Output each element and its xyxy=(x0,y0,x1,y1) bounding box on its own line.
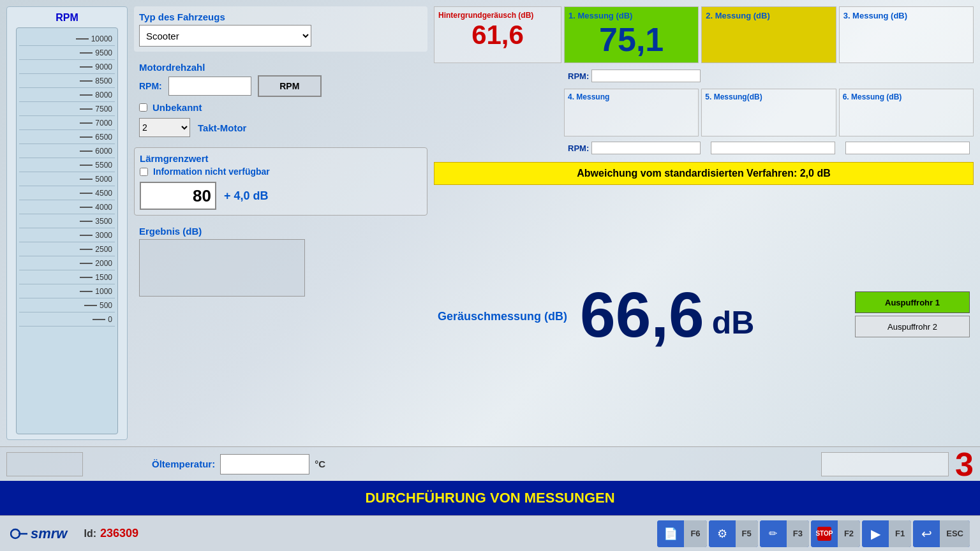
svg-point-0 xyxy=(11,529,20,538)
gerausch-unit: dB xyxy=(712,304,755,341)
f3-label: F3 xyxy=(787,520,809,547)
f3-icon: ✏ xyxy=(760,520,787,547)
footer-buttons: 📄 F6 ⚙ F5 ✏ F3 STOP F2 ▶ xyxy=(657,520,970,547)
rpm-gauge: 10000 9500 9000 8500 8000 7500 7 xyxy=(16,27,118,434)
action-bar-title: DURCHFÜHRUNG VON MESSUNGEN xyxy=(6,490,974,506)
rpm-tick-9500: 9500 xyxy=(19,46,115,60)
takt-label: Takt-Motor xyxy=(198,122,246,133)
messung-1-rpm-input[interactable] xyxy=(591,70,701,82)
play-icon: ▶ xyxy=(862,520,889,547)
celsius-unit: °C xyxy=(315,459,325,469)
messung-4-rpm-input[interactable] xyxy=(591,142,701,154)
f6-label: F6 xyxy=(684,520,706,547)
abweichung-banner: Abweichung vom standardisierten Verfahre… xyxy=(434,162,974,185)
rpm-tick-3500: 3500 xyxy=(19,214,115,228)
auspuffrohr-1-button[interactable]: Auspuffrohr 1 xyxy=(855,291,970,313)
rpm-tick-1500: 1500 xyxy=(19,270,115,284)
motor-section-label: Motordrehzahl xyxy=(139,62,422,73)
rpm-tick-8500: 8500 xyxy=(19,74,115,88)
f1-label: F1 xyxy=(889,520,911,547)
enter-button[interactable]: ↩ ESC xyxy=(913,520,970,547)
messung-5-cell: 5. Messung(dB) xyxy=(701,89,836,136)
measurements-panel: Hintergrundgeräusch (dB) 61,6 1. Messung… xyxy=(434,6,974,440)
messung-6-rpm-input[interactable] xyxy=(845,142,970,154)
unbekannt-checkbox[interactable] xyxy=(139,103,147,112)
larm-section-label: Lärmgrenzwert xyxy=(140,153,422,164)
motor-rpm-row: RPM: RPM xyxy=(139,75,422,97)
rpm-row-1: RPM: xyxy=(564,70,974,82)
f5-button[interactable]: ⚙ F5 xyxy=(709,520,758,547)
content-area: RPM 10000 9500 9000 8500 8000 7500 xyxy=(0,0,980,446)
f6-icon: 📄 xyxy=(657,520,684,547)
auspuff-buttons: Auspuffrohr 1 Auspuffrohr 2 xyxy=(855,291,970,337)
takt-select[interactable]: 1 2 3 4 xyxy=(139,118,190,137)
temp-input[interactable] xyxy=(220,454,309,474)
auspuffrohr-2-button[interactable]: Auspuffrohr 2 xyxy=(855,316,970,337)
messung-6-title: 6. Messung (dB) xyxy=(843,92,970,101)
stop-icon: STOP xyxy=(811,520,838,547)
rpm-tick-7000: 7000 xyxy=(19,116,115,130)
gerausch-row: Geräuschmessung (dB) 66,6 dB Auspuffrohr… xyxy=(434,189,974,440)
rpm-panel-title: RPM xyxy=(56,12,78,24)
ergebnis-section-label: Ergebnis (dB) xyxy=(139,226,422,237)
action-bar: DURCHFÜHRUNG VON MESSUNGEN xyxy=(0,481,980,515)
rpm-field-label: RPM: xyxy=(139,81,162,91)
messung-6-cell: 6. Messung (dB) xyxy=(839,89,974,136)
id-section: Id: 236309 xyxy=(84,527,138,540)
vehicle-section-label: Typ des Fahrzeugs xyxy=(139,11,422,22)
ergebnis-section: Ergebnis (dB) xyxy=(134,221,427,302)
rpm-tick-4000: 4000 xyxy=(19,200,115,214)
temp-row: Öltemperatur: °C 3 xyxy=(0,446,980,481)
rpm-input[interactable] xyxy=(168,77,251,96)
larm-value-row: + 4,0 dB xyxy=(140,182,422,210)
plus-db-label: + 4,0 dB xyxy=(224,189,269,203)
f2-button[interactable]: STOP F2 xyxy=(811,520,860,547)
top-measurements-row: Hintergrundgeräusch (dB) 61,6 1. Messung… xyxy=(434,6,974,63)
rpm-tick-1000: 1000 xyxy=(19,284,115,298)
hintergrund-value: 61,6 xyxy=(438,20,557,50)
rpm-tick-7500: 7500 xyxy=(19,102,115,116)
messung-4-cell: 4. Messung xyxy=(564,89,699,136)
larm-checkbox-row: Information nicht verfügbar xyxy=(140,166,422,177)
messung-3-cell: 3. Messung (dB) xyxy=(839,6,974,63)
larm-section: Lärmgrenzwert Information nicht verfügba… xyxy=(134,147,427,216)
controls-panel: Typ des Fahrzeugs Scooter Motorrad Moped… xyxy=(134,6,427,440)
ergebnis-box xyxy=(139,239,305,297)
rpm-tick-10000: 10000 xyxy=(19,32,115,46)
unbekannt-row: Unbekannt xyxy=(139,102,422,113)
f6-button[interactable]: 📄 F6 xyxy=(657,520,706,547)
vehicle-type-select[interactable]: Scooter Motorrad Moped PKW LKW xyxy=(139,25,311,47)
messung-2-title: 2. Messung (dB) xyxy=(706,11,831,20)
messung-1-title: 1. Messung (dB) xyxy=(568,11,694,20)
temp-label: Öltemperatur: xyxy=(152,459,215,469)
footer: smrw Id: 236309 📄 F6 ⚙ F5 ✏ F3 xyxy=(0,515,980,551)
rpm-tick-500: 500 xyxy=(19,298,115,312)
unbekannt-label: Unbekannt xyxy=(152,102,202,113)
info-nicht-verfugbar-label: Information nicht verfügbar xyxy=(153,166,270,177)
rpm-button[interactable]: RPM xyxy=(258,75,322,97)
rpm-tick-2500: 2500 xyxy=(19,242,115,256)
f5-icon: ⚙ xyxy=(709,520,736,547)
f3-button[interactable]: ✏ F3 xyxy=(760,520,809,547)
esc-label: ESC xyxy=(940,520,970,547)
right-status-box xyxy=(821,452,949,476)
messung-5-rpm-input[interactable] xyxy=(711,142,835,154)
motor-section: Motordrehzahl RPM: RPM Unbekannt 1 2 3 4 xyxy=(134,57,427,142)
rpm-panel: RPM 10000 9500 9000 8500 8000 7500 xyxy=(6,6,128,440)
id-label: Id: xyxy=(84,528,96,540)
messung-4-title: 4. Messung xyxy=(568,92,695,101)
info-nicht-verfugbar-checkbox[interactable] xyxy=(140,168,148,176)
step-number: 3 xyxy=(955,445,974,483)
rpm-tick-3000: 3000 xyxy=(19,228,115,242)
larm-value-input[interactable] xyxy=(140,182,216,210)
hintergrund-title: Hintergrundgeräusch (dB) xyxy=(438,11,557,20)
messung-1-cell: 1. Messung (dB) 75,1 xyxy=(564,6,699,63)
messung-1-value: 75,1 xyxy=(568,20,694,59)
rpm-tick-2000: 2000 xyxy=(19,256,115,270)
messung-2-cell: 2. Messung (dB) xyxy=(701,6,836,63)
main-container: RPM 10000 9500 9000 8500 8000 7500 xyxy=(0,0,980,551)
f1-button[interactable]: ▶ F1 xyxy=(862,520,911,547)
messung-3-title: 3. Messung (dB) xyxy=(843,11,969,20)
smrw-logo: smrw xyxy=(10,525,67,543)
rpm-tick-0: 0 xyxy=(19,312,115,327)
